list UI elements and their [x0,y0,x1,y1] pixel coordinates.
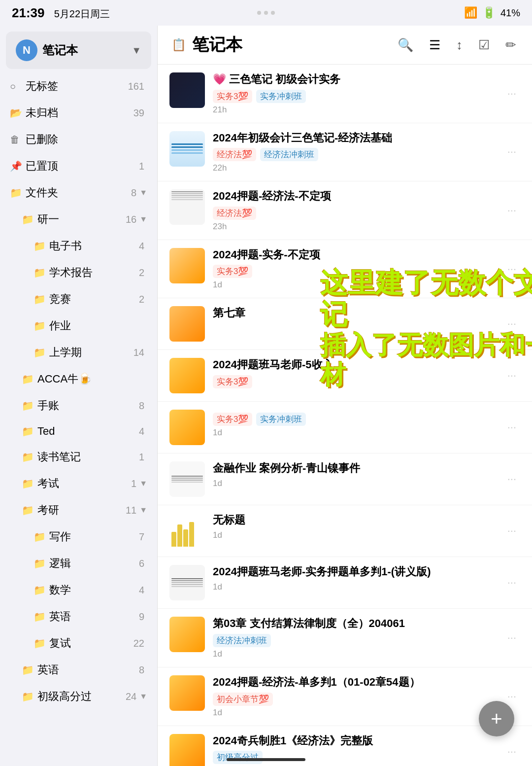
sidebar-item-count: 8 [139,400,144,412]
sidebar-item-pinned[interactable]: 📌 已置顶 1 [0,153,157,179]
note-more-button[interactable]: ··· [503,315,520,332]
sidebar-item-deleted[interactable]: 🗑 已删除 [0,126,157,153]
note-more-button[interactable]: ··· [503,143,520,160]
sidebar-item-label: 无标签 [26,79,128,94]
note-more-button[interactable]: ··· [503,367,520,384]
table-row[interactable]: 金融作业 案例分析-青山镍事件 1d ··· [158,453,532,505]
sidebar-item-contest[interactable]: 📁 竞赛 2 [0,286,157,313]
sidebar-item-postgrad[interactable]: 📁 考研 11 ▼ [0,497,157,523]
sidebar-item-count: 1 [139,161,144,172]
user-avatar: N [16,39,37,61]
table-row[interactable]: 第03章 支付结算法律制度（全）204061 经济法冲刺班 1d ··· [158,609,532,667]
sidebar-item-english2[interactable]: 📁 英语 8 [0,657,157,683]
sidebar-item-no-label[interactable]: ○ 无标签 161 [0,73,157,100]
note-thumbnail [169,131,205,167]
note-body: 💗 三色笔记 初级会计实务 实务3💯 实务冲刺班 21h [213,72,496,115]
sidebar-item-exam[interactable]: 📁 考试 1 ▼ [0,470,157,497]
note-body: 2024押题班马老师-实务押题单多判1-(讲义版) 1d [213,565,496,592]
sidebar-item-logic[interactable]: 📁 逻辑 6 [0,550,157,577]
folder-icon: 📁 [33,320,49,332]
sort-button[interactable]: ↕ [454,35,465,55]
status-bar: 21:39 5月22日周三 📶 🔋 41% [0,0,532,26]
sidebar-item-math[interactable]: 📁 数学 4 [0,577,157,603]
add-note-button[interactable]: + [479,701,514,736]
note-tags: 经济法💯 [213,207,496,220]
table-row[interactable]: 2024押题班马老师-5收入 实务3💯 ··· [158,350,532,402]
note-thumbnail [169,675,205,711]
note-thumbnail [169,461,205,497]
note-more-button[interactable]: ··· [503,574,520,591]
note-more-button[interactable]: ··· [503,471,520,487]
sidebar-item-last-term[interactable]: 📁 上学期 14 [0,339,157,366]
pen-button[interactable]: ✏ [503,35,518,55]
sidebar-item-label: 研一 [37,212,126,227]
sidebar-item-ebook[interactable]: 📁 电子书 4 [0,233,157,259]
note-tag: 实务3💯 [213,375,252,388]
sidebar-item-ted[interactable]: 📁 Ted 4 [0,419,157,444]
note-more-button[interactable]: ··· [503,419,520,436]
note-tags: 初会小章节💯 [213,693,496,706]
home-indicator [227,758,305,761]
note-title: 无标题 [213,513,496,527]
table-row[interactable]: 2024押题-经济法-单多判1（01-02章54题） 初会小章节💯 1d ··· [158,667,532,726]
sidebar-header[interactable]: N 笔记本 ▼ [6,32,151,69]
chevron-down-icon: ▼ [139,188,147,197]
note-more-button[interactable]: ··· [503,202,520,219]
sidebar-item-acca[interactable]: 📁 ACCA牛🍺 [0,366,157,392]
sidebar-item-retest[interactable]: 📁 复试 22 [0,630,157,657]
sidebar-item-homework[interactable]: 📁 作业 [0,313,157,339]
note-thumbnail [169,410,205,445]
note-thumbnail [169,565,205,600]
note-more-button[interactable]: ··· [503,688,520,705]
sidebar-item-label: 数学 [49,583,139,597]
note-time: 22h [213,163,496,173]
sidebar-item-count: 14 [133,347,144,358]
note-more-button[interactable]: ··· [503,743,520,760]
sidebar-item-reading[interactable]: 📁 读书笔记 1 [0,444,157,470]
sidebar-item-count: 22 [133,638,144,649]
table-row[interactable]: 💗 三色笔记 初级会计实务 实务3💯 实务冲刺班 21h ··· [158,65,532,123]
table-row[interactable]: 实务3💯 实务冲刺班 1d ··· [158,402,532,453]
chevron-down-icon: ▼ [139,215,147,224]
table-row[interactable]: 2024奇兵制胜1《经济法》完整版 初级高分过 ··· [158,726,532,766]
sidebar-item-folders[interactable]: 📁 文件夹 8 ▼ [0,179,157,206]
note-more-button[interactable]: ··· [503,522,520,539]
sidebar-item-yanyi[interactable]: 📁 研一 16 ▼ [0,206,157,233]
list-view-button[interactable]: ☰ [427,35,442,55]
table-row[interactable]: 2024押题-实务-不定项 实务3💯 1d ··· [158,240,532,299]
sidebar-item-junior-pass[interactable]: 📁 初级高分过 24 ▼ [0,683,157,710]
note-body: 金融作业 案例分析-青山镍事件 1d [213,461,496,488]
folder-icon: 📁 [22,451,37,463]
sidebar-item-label: 手账 [37,398,139,413]
note-tags: 初级高分过 [213,751,496,764]
note-more-button[interactable]: ··· [503,629,520,646]
note-body: 实务3💯 实务冲刺班 1d [213,410,496,438]
sidebar-expand-icon[interactable]: ▼ [132,45,141,56]
sidebar-item-writing[interactable]: 📁 写作 7 [0,523,157,550]
sidebar-item-label: 复试 [49,636,133,651]
search-button[interactable]: 🔍 [396,35,415,55]
note-title: 第03章 支付结算法律制度（全）204061 [213,617,496,631]
trash-icon: 🗑 [10,134,26,145]
app-container: N 笔记本 ▼ ○ 无标签 161 📂 未归档 39 🗑 已删除 📌 已置顶 1… [0,26,532,766]
note-body: 2024年初级会计三色笔记-经济法基础 经济法💯 经济法冲刺班 22h [213,131,496,174]
note-more-button[interactable]: ··· [503,85,520,102]
note-thumbnail [169,617,205,652]
note-thumbnail [169,189,205,225]
sidebar-item-count: 161 [128,81,144,92]
sidebar-item-count: 4 [139,241,144,252]
sidebar-item-unarchived[interactable]: 📂 未归档 39 [0,100,157,126]
sidebar-item-english[interactable]: 📁 英语 9 [0,603,157,630]
sidebar-item-count: 1 [131,478,136,489]
table-row[interactable]: 2024押题班马老师-实务押题单多判1-(讲义版) 1d ··· [158,557,532,609]
sidebar-item-academic[interactable]: 📁 学术报告 2 [0,259,157,286]
note-more-button[interactable]: ··· [503,261,520,278]
sidebar-item-journal[interactable]: 📁 手账 8 [0,392,157,419]
battery-icon: 🔋 [482,6,496,19]
table-row[interactable]: 2024押题-经济法-不定项 经济法💯 23h ··· [158,181,532,240]
table-row[interactable]: 无标题 1d ··· [158,505,532,557]
table-row[interactable]: 第七章 ··· [158,298,532,350]
note-tags: 经济法冲刺班 [213,634,496,647]
table-row[interactable]: 2024年初级会计三色笔记-经济法基础 经济法💯 经济法冲刺班 22h ··· [158,123,532,182]
check-button[interactable]: ☑ [476,35,492,55]
